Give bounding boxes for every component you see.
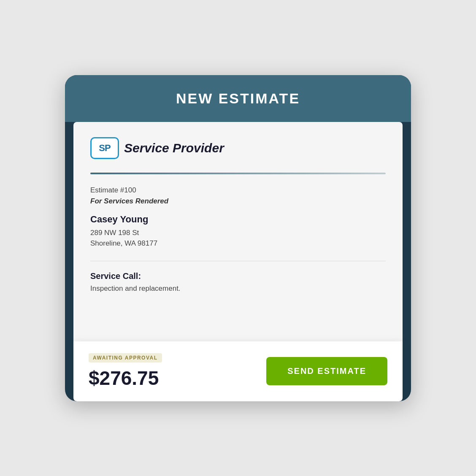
header-title: NEW ESTIMATE [82, 90, 394, 107]
action-bar: AWAITING APPROVAL $276.75 SEND ESTIMATE [73, 341, 403, 401]
logo-area: SP Service Provider [90, 137, 386, 159]
service-label: Service Call: [90, 271, 386, 281]
estimate-subtitle: For Services Rendered [90, 197, 386, 206]
status-badge: AWAITING APPROVAL [89, 353, 162, 362]
divider [90, 173, 386, 174]
logo-box: SP [90, 137, 119, 159]
price-area: AWAITING APPROVAL $276.75 [89, 353, 162, 389]
send-estimate-button[interactable]: SEND ESTIMATE [266, 357, 387, 385]
service-section: Service Call: Inspection and replacement… [90, 261, 386, 293]
estimate-info: Estimate #100 For Services Rendered Case… [90, 186, 386, 249]
client-address-line1: 289 NW 198 St [90, 227, 386, 238]
document-body: SP Service Provider Estimate #100 For Se… [73, 122, 403, 341]
price-amount: $276.75 [89, 367, 162, 389]
service-description: Inspection and replacement. [90, 284, 386, 293]
card-header: NEW ESTIMATE [65, 75, 411, 122]
client-address-line2: Shoreline, WA 98177 [90, 238, 386, 249]
client-name: Casey Young [90, 214, 386, 225]
device-card: NEW ESTIMATE SP Service Provider Estimat… [65, 75, 411, 401]
page-wrapper: Customizable Template NEW ESTIMATE SP Se… [27, 35, 449, 441]
estimate-number: Estimate #100 [90, 186, 386, 195]
logo-box-text: SP [99, 143, 110, 154]
logo-company-name: Service Provider [124, 141, 224, 155]
